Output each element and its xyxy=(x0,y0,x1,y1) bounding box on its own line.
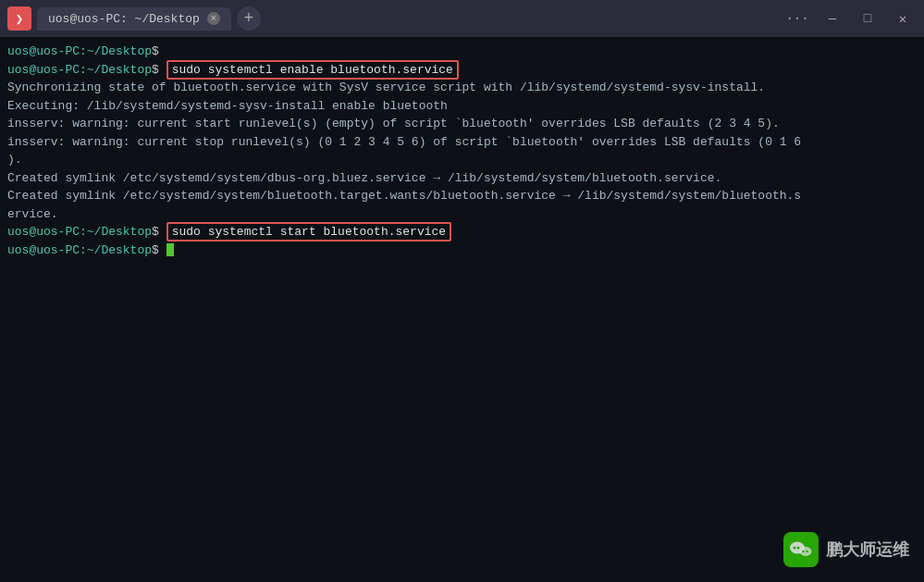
terminal-output-6: insserv: warning: current stop runlevel(… xyxy=(7,133,917,152)
more-options-button[interactable]: ··· xyxy=(783,6,811,31)
terminal-output-9: Created symlink /etc/systemd/system/blue… xyxy=(7,187,917,205)
new-tab-button[interactable]: + xyxy=(237,6,261,31)
terminal-output-4: Executing: /lib/systemd/systemd-sysv-ins… xyxy=(7,97,917,116)
window-controls: ··· — □ ✕ xyxy=(783,6,917,31)
app-logo: ❯ xyxy=(7,6,31,31)
titlebar: ❯ uos@uos-PC: ~/Desktop × + ··· — □ ✕ xyxy=(0,0,924,37)
command-2: sudo systemctl start bluetooth.service xyxy=(172,225,446,239)
prompt-12: uos@uos-PC:~/Desktop xyxy=(7,243,152,257)
svg-point-4 xyxy=(802,551,804,552)
command-1: sudo systemctl enable bluetooth.service xyxy=(172,63,453,77)
terminal-output-7: ). xyxy=(7,151,917,169)
prompt-1: uos@uos-PC:~/Desktop xyxy=(7,44,152,58)
tab-label: uos@uos-PC: ~/Desktop xyxy=(48,12,200,26)
terminal-line-1: uos@uos-PC:~/Desktop$ xyxy=(7,43,917,61)
prompt-2: uos@uos-PC:~/Desktop xyxy=(7,63,152,77)
maximize-button[interactable]: □ xyxy=(854,6,881,31)
svg-point-5 xyxy=(806,551,807,552)
terminal-line-11: uos@uos-PC:~/Desktop$ sudo systemctl sta… xyxy=(7,223,917,241)
wechat-icon xyxy=(783,532,819,567)
terminal-output-8: Created symlink /etc/systemd/system/dbus… xyxy=(7,169,917,188)
terminal-line-2: uos@uos-PC:~/Desktop$ sudo systemctl ena… xyxy=(7,61,917,80)
svg-point-1 xyxy=(794,547,796,550)
watermark-text: 鹏大师运维 xyxy=(826,538,909,563)
terminal-output-5: insserv: warning: current start runlevel… xyxy=(7,115,917,133)
watermark: 鹏大师运维 xyxy=(783,532,909,567)
terminal-cursor xyxy=(166,243,174,256)
terminal-output-10: ervice. xyxy=(7,205,917,224)
active-tab[interactable]: uos@uos-PC: ~/Desktop × xyxy=(37,7,231,31)
tab-close-button[interactable]: × xyxy=(207,12,220,25)
minimize-button[interactable]: — xyxy=(819,6,846,31)
prompt-11: uos@uos-PC:~/Desktop xyxy=(7,225,152,239)
terminal-area[interactable]: uos@uos-PC:~/Desktop$ uos@uos-PC:~/Deskt… xyxy=(0,37,924,582)
svg-point-3 xyxy=(800,547,812,556)
close-button[interactable]: ✕ xyxy=(889,6,917,31)
terminal-line-12: uos@uos-PC:~/Desktop$ xyxy=(7,241,917,260)
terminal-output-3: Synchronizing state of bluetooth.service… xyxy=(7,79,917,97)
svg-point-2 xyxy=(797,547,800,550)
